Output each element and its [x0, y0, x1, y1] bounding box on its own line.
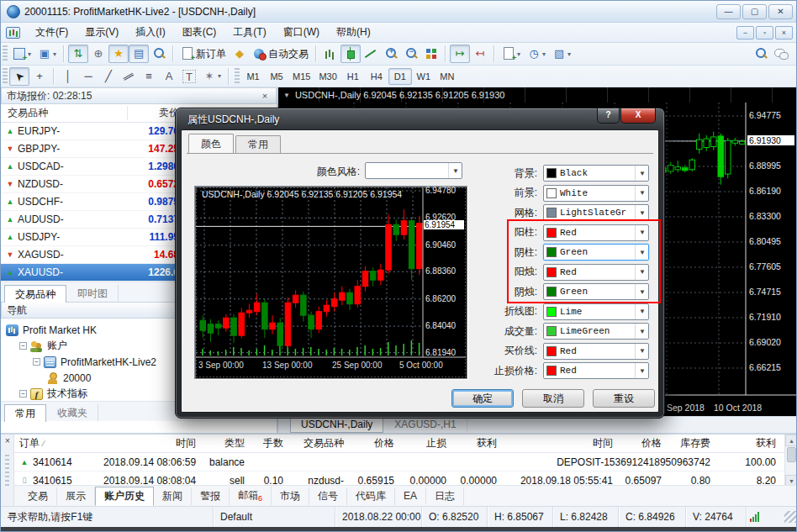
terminal-tab-日志[interactable]: 日志: [426, 487, 464, 505]
timeframe-h1[interactable]: H1: [341, 68, 365, 85]
line-chart-button[interactable]: [361, 45, 381, 63]
timeframe-m30[interactable]: M30: [314, 68, 340, 85]
terminal-scrollbar[interactable]: ▲ ▼: [784, 435, 797, 487]
market-watch-close-icon[interactable]: ×: [259, 91, 271, 101]
terminal-grip[interactable]: [5, 455, 9, 488]
chart-dropdown-icon[interactable]: ▼: [283, 92, 290, 99]
terminal-column-4[interactable]: 交易品种: [288, 436, 349, 450]
market-watch-toggle-button[interactable]: ⇅: [68, 45, 88, 63]
timeframe-w1[interactable]: W1: [412, 68, 435, 85]
terminal-column-9[interactable]: 价格: [618, 436, 667, 450]
menu-h[interactable]: 帮助(H): [328, 23, 379, 42]
terminal-tab-新闻[interactable]: 新闻: [154, 487, 192, 505]
terminal-close-icon[interactable]: ×: [3, 436, 13, 446]
zoom-in-button[interactable]: +: [381, 45, 401, 63]
crosshair-tool-button[interactable]: +: [29, 67, 50, 86]
terminal-tab-代码库[interactable]: 代码库: [347, 487, 395, 505]
terminal-tab-展示[interactable]: 展示: [57, 487, 95, 505]
terminal-column-3[interactable]: 手数: [250, 436, 288, 450]
fibonacci-button[interactable]: ≡: [139, 67, 159, 86]
timeframe-m15[interactable]: M15: [288, 68, 314, 85]
color-select-green[interactable]: Green▼: [543, 283, 649, 300]
market-watch-tab-即时图[interactable]: 即时图: [66, 284, 119, 302]
channel-button[interactable]: ∥: [119, 67, 139, 86]
profiles-button[interactable]: ▣▾: [34, 45, 60, 63]
dialog-help-button[interactable]: ?: [597, 108, 620, 124]
cursor-tool-button[interactable]: ➤: [9, 67, 29, 86]
history-row-balance[interactable]: ▲34106142018.09.14 08:06:59balanceDEPOSI…: [14, 453, 784, 471]
timeframe-mn[interactable]: MN: [435, 68, 459, 85]
indicators-button[interactable]: +▾: [499, 45, 524, 63]
timeframe-h4[interactable]: H4: [365, 68, 388, 85]
terminal-tab-警报[interactable]: 警报: [192, 487, 230, 505]
terminal-column-1[interactable]: 时间: [98, 436, 201, 450]
terminal-column-11[interactable]: 获利: [715, 436, 781, 450]
bar-chart-button[interactable]: [320, 45, 340, 63]
color-select-limegreen[interactable]: LimeGreen▼: [543, 323, 649, 340]
scroll-up-icon[interactable]: ▲: [785, 435, 797, 446]
shapes-button[interactable]: ✶▾: [199, 67, 224, 86]
terminal-tab-ea[interactable]: EA: [395, 488, 426, 503]
menu-c[interactable]: 图表(C): [174, 23, 225, 42]
strategy-tester-button[interactable]: [149, 45, 169, 63]
tile-windows-button[interactable]: [421, 45, 441, 63]
terminal-column-8[interactable]: 时间: [502, 436, 618, 450]
chart-menu-icon[interactable]: [6, 27, 20, 39]
expander-minus-icon[interactable]: −: [33, 358, 40, 366]
terminal-column-2[interactable]: 类型: [201, 436, 250, 450]
terminal-tab-交易[interactable]: 交易: [19, 487, 57, 505]
terminal-column-7[interactable]: 获利: [451, 436, 502, 450]
terminal-column-6[interactable]: 止损: [399, 436, 451, 450]
color-select-black[interactable]: Black▼: [543, 165, 649, 182]
terminal-tab-账户历史[interactable]: 账户历史: [95, 487, 154, 506]
terminal-column-10[interactable]: 库存费: [667, 436, 715, 450]
menu-w[interactable]: 窗口(W): [275, 23, 328, 42]
color-select-lime[interactable]: Lime▼: [543, 303, 649, 320]
chart-shift-button[interactable]: ↦: [450, 45, 470, 63]
trendline-button[interactable]: ╱: [98, 67, 119, 86]
child-minimize-button[interactable]: −: [736, 26, 754, 40]
chart-tab-xagusdh1[interactable]: XAGUSD-,H1: [383, 417, 467, 433]
reset-button[interactable]: 重设: [593, 389, 655, 408]
menu-v[interactable]: 显示(V): [77, 23, 127, 42]
terminal-column-5[interactable]: 价格: [349, 436, 399, 450]
periods-button[interactable]: ◷▾: [524, 45, 549, 63]
color-select-lightslategr[interactable]: LightSlateGr▼: [543, 204, 649, 221]
color-select-green[interactable]: Green▼: [543, 244, 649, 261]
child-close-button[interactable]: ×: [775, 26, 793, 40]
expander-minus-icon[interactable]: −: [19, 390, 27, 398]
community-button[interactable]: [771, 45, 791, 63]
market-watch-tab-交易品种[interactable]: 交易品种: [4, 285, 66, 303]
navigator-tab-收藏夹[interactable]: 收藏夹: [46, 403, 98, 421]
terminal-column-0[interactable]: 订单∕: [14, 436, 98, 450]
navigator-toggle-button[interactable]: ⊕: [88, 45, 108, 63]
close-button[interactable]: ✕: [768, 4, 793, 19]
label-tool-button[interactable]: T: [179, 67, 199, 86]
vertical-line-button[interactable]: │: [58, 67, 78, 86]
scrollbar-thumb[interactable]: [787, 447, 796, 462]
color-select-red[interactable]: Red▼: [543, 224, 649, 241]
color-select-red[interactable]: Red▼: [543, 343, 649, 360]
status-profile[interactable]: Default: [214, 507, 335, 527]
color-select-red[interactable]: Red▼: [543, 362, 649, 379]
search-button[interactable]: [751, 45, 771, 63]
child-restore-button[interactable]: ▫: [756, 26, 773, 40]
menu-t[interactable]: 工具(T): [224, 23, 274, 42]
dialog-tab-颜色[interactable]: 颜色: [188, 134, 234, 153]
expander-minus-icon[interactable]: −: [19, 342, 27, 350]
dialog-tab-常用[interactable]: 常用: [235, 135, 281, 153]
new-chart-button[interactable]: +▾: [9, 45, 34, 63]
chart-tab-usdcnhdaily[interactable]: USDCNH-,Daily: [290, 417, 383, 433]
favorites-button[interactable]: ★: [108, 45, 129, 63]
autotrading-button[interactable]: 自动交易: [250, 45, 312, 63]
timeframe-d1[interactable]: D1: [388, 68, 412, 85]
color-select-red[interactable]: Red▼: [543, 264, 649, 281]
zoom-out-button[interactable]: −: [401, 45, 421, 63]
timeframe-m5[interactable]: M5: [265, 68, 288, 85]
expert-advisors-button[interactable]: ◆: [230, 45, 250, 63]
templates-button[interactable]: ▧▾: [549, 45, 574, 63]
terminal-tab-市场[interactable]: 市场: [272, 487, 309, 505]
terminal-tab-邮箱[interactable]: 邮箱6: [230, 487, 272, 504]
timeframe-m1[interactable]: M1: [241, 68, 265, 85]
color-select-white[interactable]: White▼: [543, 185, 649, 202]
